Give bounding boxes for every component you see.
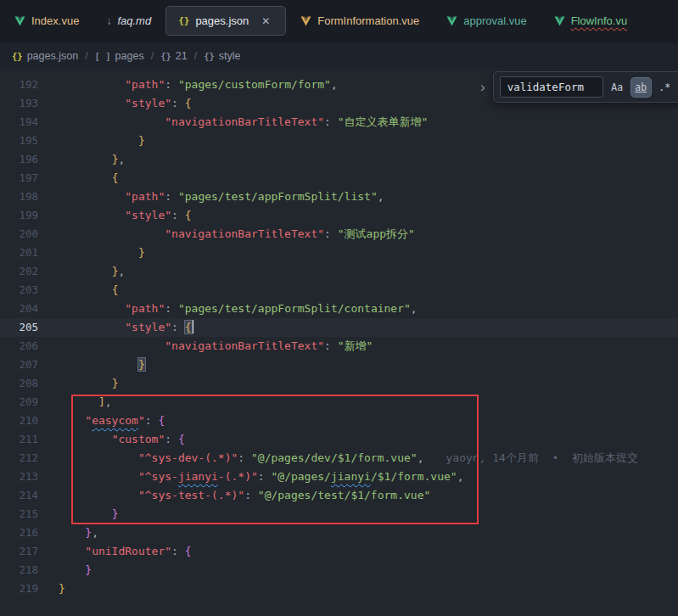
code-line-content[interactable]: "path": "pages/test/appFormSplit/list", xyxy=(38,188,384,206)
code-line-content[interactable]: "style": { xyxy=(38,94,192,113)
code-line-content[interactable]: } xyxy=(38,580,65,598)
tab-index-vue[interactable]: Index.vue xyxy=(2,6,92,36)
code-line-content[interactable]: "^sys-dev-(.*)": "@/pages/dev/$1/form.vu… xyxy=(38,449,638,468)
find-input[interactable] xyxy=(500,76,603,98)
code-line[interactable]: 195 } xyxy=(0,132,678,150)
code-token: "@/pages/ xyxy=(271,470,330,483)
code-line[interactable]: 194 "navigationBarTitleText": "自定义表单新增" xyxy=(0,113,678,132)
code-line-content[interactable]: } xyxy=(38,244,145,262)
regex-icon[interactable]: .* xyxy=(655,78,675,97)
code-line-content[interactable]: } xyxy=(38,374,118,393)
code-token: , xyxy=(118,153,125,165)
tab-approval-vue[interactable]: approval.vue xyxy=(434,6,539,36)
code-line[interactable]: 210 "easycom": { xyxy=(0,412,678,430)
tab-label: FormInformation.vue xyxy=(317,14,419,27)
line-number: 203 xyxy=(0,281,38,300)
code-token: /$1/form.vue" xyxy=(371,470,457,483)
code-line[interactable]: 204 "path": "pages/test/appFormSplit/con… xyxy=(0,300,678,318)
tab-faq-md[interactable]: ↓faq.md xyxy=(93,6,164,36)
code-line[interactable]: 217 "uniIdRouter": { xyxy=(0,542,678,561)
close-icon[interactable]: ✕ xyxy=(258,14,273,29)
code-line-content[interactable]: "style": { xyxy=(38,318,193,337)
code-line-content[interactable]: }, xyxy=(38,150,125,169)
code-token: : xyxy=(244,489,258,501)
code-line[interactable]: 216 }, xyxy=(0,524,678,542)
line-number: 212 xyxy=(0,449,38,468)
code-token: "^sys-dev-(.*)" xyxy=(138,451,238,464)
code-line[interactable]: 212 "^sys-dev-(.*)": "@/pages/dev/$1/for… xyxy=(0,449,678,468)
line-number: 209 xyxy=(0,393,38,412)
code-line-content[interactable]: } xyxy=(38,561,92,580)
code-line[interactable]: 197 { xyxy=(0,169,678,188)
code-line-content[interactable]: { xyxy=(38,169,118,188)
code-line-content[interactable]: }, xyxy=(38,262,125,281)
code-line[interactable]: 203 { xyxy=(0,281,678,300)
vue-icon xyxy=(446,16,457,26)
tab-pages-json[interactable]: {}pages.json✕ xyxy=(165,6,286,36)
code-line[interactable]: 199 "style": { xyxy=(0,206,678,225)
breadcrumb-separator: / xyxy=(85,50,87,62)
code-line-content[interactable]: "path": "pages/customForm/form", xyxy=(38,76,338,94)
code-line[interactable]: 207 } xyxy=(0,356,678,374)
code-line-content[interactable]: }, xyxy=(38,524,98,542)
code-line-content[interactable]: "custom": { xyxy=(38,430,185,449)
code-token: : xyxy=(324,115,338,128)
code-line[interactable]: 208 } xyxy=(0,374,678,393)
chevron-right-icon[interactable]: › xyxy=(480,80,485,94)
code-lines[interactable]: 192 "path": "pages/customForm/form",193 … xyxy=(0,76,678,598)
breadcrumb-label: pages.json xyxy=(27,50,78,62)
code-line-content[interactable]: } xyxy=(38,356,145,374)
breadcrumb-item-21[interactable]: {}21 xyxy=(160,50,188,62)
code-token: { xyxy=(112,171,119,184)
code-line[interactable]: 209 ], xyxy=(0,393,678,412)
code-token: : xyxy=(171,545,185,557)
code-token: } xyxy=(85,526,92,539)
code-line-content[interactable]: "style": { xyxy=(38,206,192,225)
code-line[interactable]: 196 }, xyxy=(0,150,678,169)
code-line[interactable]: 218 } xyxy=(0,561,678,580)
breadcrumb-item-pages[interactable]: [ ]pages xyxy=(95,50,144,62)
tab-flowinfo-vu[interactable]: FlowInfo.vu xyxy=(541,6,640,36)
code-line[interactable]: 215 } xyxy=(0,505,678,524)
code-line-content[interactable]: "^sys-jianyi-(.*)": "@/pages/jianyi/$1/f… xyxy=(38,468,463,486)
code-line-content[interactable]: "navigationBarTitleText": "测试app拆分" xyxy=(38,225,415,244)
breadcrumb-item-pages-json[interactable]: {}pages.json xyxy=(12,50,78,62)
code-line[interactable]: 211 "custom": { xyxy=(0,430,678,449)
code-line[interactable]: 200 "navigationBarTitleText": "测试app拆分" xyxy=(0,225,678,244)
code-line[interactable]: 206 "navigationBarTitleText": "新增" xyxy=(0,337,678,356)
tab-forminformation-vue[interactable]: FormInformation.vue xyxy=(288,6,432,36)
find-widget: Aaab.* xyxy=(493,71,678,103)
code-line-content[interactable]: "navigationBarTitleText": "新增" xyxy=(38,337,373,356)
code-line[interactable]: 201 } xyxy=(0,244,678,262)
code-line-content[interactable]: "path": "pages/test/appFormSplit/contain… xyxy=(38,300,417,318)
code-line-content[interactable]: { xyxy=(38,281,118,300)
code-token: "自定义表单新增" xyxy=(338,115,429,128)
vue-icon xyxy=(554,16,565,26)
code-line[interactable]: 219} xyxy=(0,580,678,598)
breadcrumb-item-style[interactable]: {}style xyxy=(204,50,240,62)
code-line-content[interactable]: ], xyxy=(38,393,112,412)
code-line-content[interactable]: "^sys-test-(.*)": "@/pages/test/$1/form.… xyxy=(38,486,430,505)
code-line-content[interactable]: } xyxy=(38,505,118,524)
vue-icon xyxy=(14,16,25,26)
code-line-content[interactable]: "navigationBarTitleText": "自定义表单新增" xyxy=(38,113,428,132)
code-line-content[interactable]: } xyxy=(38,132,145,150)
code-line[interactable]: 198 "path": "pages/test/appFormSplit/lis… xyxy=(0,188,678,206)
code-token: : xyxy=(171,321,185,333)
line-number: 207 xyxy=(0,356,38,374)
code-line[interactable]: 213 "^sys-jianyi-(.*)": "@/pages/jianyi/… xyxy=(0,468,678,486)
code-line-current[interactable]: 205 "style": { xyxy=(0,318,678,337)
code-line[interactable]: 202 }, xyxy=(0,262,678,281)
breadcrumb-separator: / xyxy=(194,50,197,62)
line-number: 218 xyxy=(0,561,38,580)
code-line-content[interactable]: "easycom": { xyxy=(38,412,165,430)
match-case-icon[interactable]: Aa xyxy=(608,78,627,97)
code-token: } xyxy=(138,134,145,147)
code-editor[interactable]: 192 "path": "pages/customForm/form",193 … xyxy=(0,69,678,598)
code-line-content[interactable]: "uniIdRouter": { xyxy=(38,542,192,561)
code-line[interactable]: 214 "^sys-test-(.*)": "@/pages/test/$1/f… xyxy=(0,486,678,505)
whole-word-icon[interactable]: ab xyxy=(631,78,651,97)
code-token: "custom" xyxy=(112,433,165,445)
line-number: 193 xyxy=(0,94,38,113)
line-number: 198 xyxy=(0,188,38,206)
